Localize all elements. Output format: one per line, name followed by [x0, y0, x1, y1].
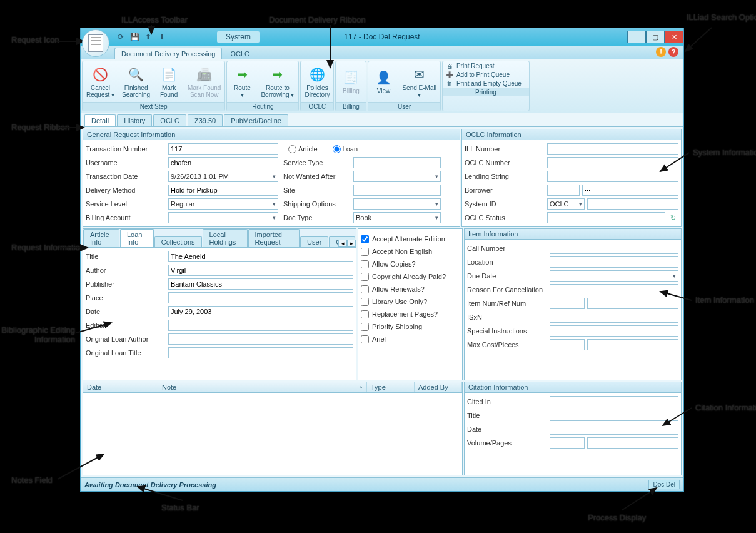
col-type[interactable]: Type [367, 382, 415, 392]
reason-cancel-field[interactable] [550, 284, 678, 295]
chk-copyright[interactable]: Copyright Already Paid? [361, 270, 460, 283]
chk-ariel[interactable]: Ariel [361, 333, 460, 345]
billing-account-field[interactable] [168, 212, 278, 223]
alert-icon[interactable]: ! [656, 47, 666, 57]
tab-detail[interactable]: Detail [84, 114, 116, 126]
tab-loan-info[interactable]: Loan Info [120, 229, 154, 247]
tab-oclc-page[interactable]: OCLC [153, 114, 186, 126]
chk-renewals[interactable]: Allow Renewals? [361, 283, 460, 295]
place-field[interactable] [168, 292, 353, 303]
orig-title-field[interactable] [168, 347, 353, 358]
down-icon[interactable]: ⬇ [157, 32, 167, 42]
col-date[interactable]: Date [83, 382, 158, 392]
tab-z3950[interactable]: Z39.50 [188, 114, 223, 126]
transaction-date-field[interactable]: 9/26/2013 1:01 PM [168, 171, 278, 182]
not-wanted-field[interactable] [353, 171, 441, 182]
route-button[interactable]: ➡Route▾ [227, 61, 257, 102]
lending-string-field[interactable] [547, 171, 678, 182]
publisher-field[interactable] [168, 278, 353, 290]
finished-searching-button[interactable]: 🔍FinishedSearching [118, 61, 154, 102]
tab-local-holdings[interactable]: Local Holdings [203, 229, 248, 247]
chk-priority[interactable]: Priority Shipping [361, 320, 460, 333]
save-icon[interactable]: 💾 [129, 32, 139, 42]
mark-found-scan-button[interactable]: 📠Mark FoundScan Now [184, 61, 224, 102]
maximize-button[interactable]: ▢ [646, 31, 665, 43]
print-request-button[interactable]: 🖨Print Request [445, 61, 527, 70]
refresh-icon[interactable]: ⟳ [116, 32, 126, 42]
author-field[interactable] [168, 265, 353, 276]
close-button[interactable]: ✕ [665, 31, 683, 43]
delivery-method-field[interactable] [168, 185, 278, 196]
title-field[interactable] [168, 251, 353, 262]
chk-replacement[interactable]: Replacement Pages? [361, 308, 460, 320]
location-field[interactable] [550, 256, 678, 268]
route-borrowing-button[interactable]: ➡Route toBorrowing ▾ [257, 61, 298, 102]
tab-scroll-right[interactable]: ▸ [347, 240, 356, 247]
view-user-button[interactable]: 👤View [368, 61, 398, 102]
up-icon[interactable]: ⬆ [143, 32, 153, 42]
username-field[interactable] [168, 157, 278, 168]
cited-in-field[interactable] [550, 396, 678, 407]
location-label: Location [467, 258, 547, 266]
mark-found-button[interactable]: 📄MarkFound [154, 61, 184, 102]
ref-num-field[interactable] [587, 298, 678, 309]
system-id-field[interactable]: OCLC [547, 198, 585, 210]
oclc-number-field[interactable] [547, 157, 678, 168]
add-print-queue-button[interactable]: ➕Add to Print Queue [445, 70, 527, 79]
service-type-field[interactable] [353, 157, 441, 168]
tab-collections[interactable]: Collections [154, 236, 202, 247]
oclc-status-field[interactable] [547, 212, 665, 223]
system-id-ext-field[interactable] [587, 198, 678, 210]
tab-imported[interactable]: Imported Request [248, 229, 300, 247]
isxn-field[interactable] [550, 312, 678, 323]
chk-non-english[interactable]: Accept Non English [361, 245, 460, 258]
site-field[interactable] [353, 185, 441, 196]
pieces-field[interactable] [587, 339, 678, 350]
tab-oclc[interactable]: OCLC [223, 48, 256, 59]
ill-number-field[interactable] [547, 143, 678, 155]
help-icon[interactable]: ? [668, 47, 678, 57]
chk-allow-copies[interactable]: Allow Copies? [361, 258, 460, 270]
tab-pubmed[interactable]: PubMed/Docline [224, 114, 288, 126]
request-icon[interactable] [82, 29, 109, 57]
print-empty-queue-button[interactable]: 🗑Print and Empty Queue [445, 79, 527, 88]
tab-history[interactable]: History [117, 114, 152, 126]
borrower-field[interactable] [547, 185, 580, 196]
notes-grid-body[interactable] [83, 393, 463, 475]
article-radio[interactable]: Article [288, 145, 318, 153]
volume-field[interactable] [550, 437, 585, 449]
item-num-field[interactable] [550, 298, 585, 309]
send-email-button[interactable]: ✉Send E-Mail▾ [398, 61, 440, 102]
system-tab[interactable]: System [217, 31, 260, 43]
service-level-field[interactable]: Regular [168, 198, 278, 210]
policies-directory-button[interactable]: 🌐PoliciesDirectory [301, 61, 333, 102]
col-note[interactable]: Note▵ [158, 382, 367, 392]
process-badge[interactable]: Doc Del [648, 480, 680, 489]
chk-alternate[interactable]: Accept Alternate Edition [361, 233, 460, 245]
chk-library-use[interactable]: Library Use Only? [361, 295, 460, 308]
tab-scroll-left[interactable]: ◂ [338, 240, 347, 247]
borrower-ext-field[interactable] [582, 185, 678, 196]
doc-type-field[interactable]: Book [353, 212, 441, 223]
transaction-number-field[interactable] [168, 143, 278, 155]
tab-article-info[interactable]: Article Info [83, 229, 119, 247]
citation-date-field[interactable] [550, 424, 678, 435]
citation-title-field[interactable] [550, 410, 678, 421]
pages-field[interactable] [587, 437, 678, 449]
date-field[interactable] [168, 306, 353, 317]
max-cost-field[interactable] [550, 339, 585, 350]
special-field[interactable] [550, 325, 678, 337]
loan-radio[interactable]: Loan [333, 145, 358, 153]
call-number-field[interactable] [550, 243, 678, 254]
tab-doc-delivery[interactable]: Document Delivery Processing [114, 48, 222, 59]
tab-user[interactable]: User [300, 236, 328, 247]
orig-author-field[interactable] [168, 333, 353, 345]
edition-field[interactable] [168, 320, 353, 331]
shipping-options-field[interactable] [353, 198, 441, 210]
cancel-request-button[interactable]: 🚫CancelRequest ▾ [83, 61, 118, 102]
billing-button[interactable]: 🧾Billing [336, 61, 366, 102]
due-date-field[interactable] [550, 270, 678, 282]
refresh-status-icon[interactable]: ↻ [668, 214, 678, 222]
col-added-by[interactable]: Added By [415, 382, 462, 392]
minimize-button[interactable]: — [627, 31, 646, 43]
